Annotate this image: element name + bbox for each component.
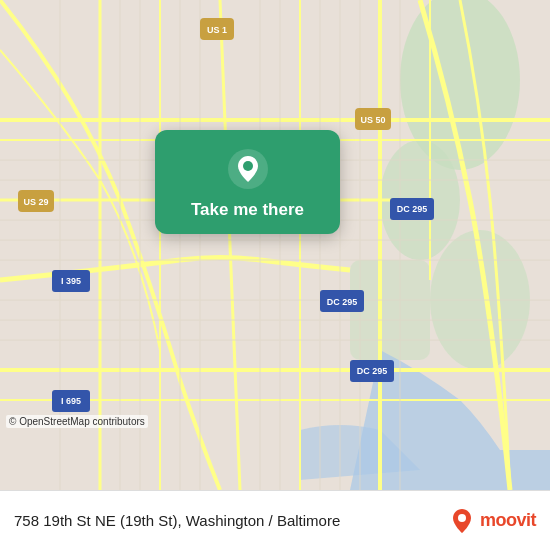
svg-text:DC 295: DC 295 (357, 366, 388, 376)
svg-text:I 695: I 695 (61, 396, 81, 406)
address-label: 758 19th St NE (19th St), Washington / B… (14, 512, 448, 529)
moovit-brand-label: moovit (480, 510, 536, 531)
moovit-pin-icon (448, 507, 476, 535)
location-pin-icon (227, 148, 269, 190)
svg-text:DC 295: DC 295 (397, 204, 428, 214)
bottom-bar: 758 19th St NE (19th St), Washington / B… (0, 490, 550, 550)
svg-text:US 50: US 50 (360, 115, 385, 125)
svg-text:DC 295: DC 295 (327, 297, 358, 307)
svg-point-41 (243, 161, 253, 171)
map-container[interactable]: US 1 US 29 US 50 I 395 I 695 DC 295 DC 2… (0, 0, 550, 490)
svg-text:I 395: I 395 (61, 276, 81, 286)
svg-text:US 29: US 29 (23, 197, 48, 207)
svg-point-42 (458, 514, 466, 522)
take-me-there-popup[interactable]: Take me there (155, 130, 340, 234)
moovit-logo[interactable]: moovit (448, 507, 536, 535)
take-me-there-label: Take me there (191, 200, 304, 220)
svg-text:US 1: US 1 (207, 25, 227, 35)
osm-attribution: © OpenStreetMap contributors (6, 415, 148, 428)
